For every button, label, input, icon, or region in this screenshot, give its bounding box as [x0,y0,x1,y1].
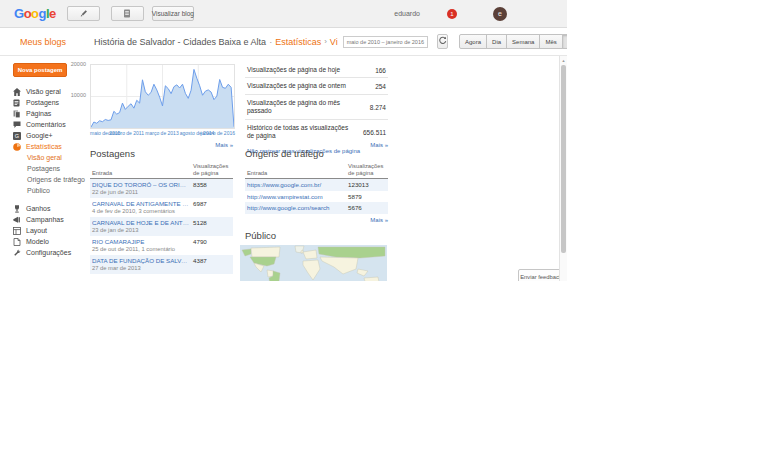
traffic-source-link[interactable]: http://www.google.com/search [247,204,344,211]
traffic-views: 5676 [346,202,388,213]
summary-value-today: 166 [375,67,386,74]
wrench-icon [13,249,22,257]
top-bar: Google Visualizar blog eduardo 1 e [0,0,567,28]
sidebar-item-campaigns[interactable]: Campanhas [0,214,88,225]
traffic-col-entry-header: Entrada [245,162,346,179]
range-button-agora[interactable]: Agora [459,34,487,49]
new-post-pencil-button[interactable] [67,6,100,21]
summary-row-last-month: Visualizações de página do mês passado 8… [245,95,388,120]
table-row: DATA DE FUNDAÇÃO DE SALVA...27 de mar de… [90,255,233,274]
trophy-icon [13,205,22,213]
pageviews-chart [90,64,235,129]
range-button-mes[interactable]: Mês [539,34,562,49]
blogger-stats-app: Google Visualizar blog eduardo 1 e Meus … [0,0,567,281]
sidebar-spacer [0,196,88,203]
username-label[interactable]: eduardo [394,10,420,17]
vertical-scrollbar[interactable]: ▲ [559,56,567,281]
breadcrumb-statistics[interactable]: Estatísticas [275,37,321,47]
document-list-icon [123,9,131,19]
post-link[interactable]: DIQUE DO TORORÓ – OS ORIXÁS [92,181,189,188]
sidebar-item-comments[interactable]: Comentários [0,119,88,130]
sidebar: Nova postagem Visão geral Postagens Pági… [0,56,88,258]
breadcrumb-overview[interactable]: Vi [330,37,338,47]
google-plus-icon: G [13,132,22,140]
sidebar-subitem-stats-posts[interactable]: Postagens [0,163,88,174]
table-row: http://www.vampirestat.com 5879 [245,191,388,202]
pageviews-chart-svg [91,65,234,128]
summary-row-all-time: Histórico de todas as visualizações de p… [245,120,388,144]
range-button-dia[interactable]: Dia [486,34,507,49]
blog-title: História de Salvador - Cidades Baixa e A… [94,37,266,47]
range-button-tudo[interactable]: Tudo [562,34,567,49]
my-blogs-link[interactable]: Meus blogs [20,37,66,47]
table-row: DIQUE DO TORORÓ – OS ORIXÁS22 de jun de … [90,179,233,198]
post-link[interactable]: RIO CAMARAJIPE [92,238,189,245]
google-logo[interactable]: Google [14,6,56,21]
posts-col-entry-header: Entrada [90,162,191,179]
scrollbar-thumb[interactable] [561,65,566,253]
breadcrumb-separator: · [269,37,272,47]
sidebar-item-template[interactable]: Modelo [0,236,88,247]
pie-chart-icon [13,143,22,151]
post-link[interactable]: DATA DE FUNDAÇÃO DE SALVA... [92,257,189,264]
sidebar-item-googleplus[interactable]: G Google+ [0,130,88,141]
summary-row-today: Visualizações de página de hoje 166 [245,62,388,78]
scrollbar-up-arrow-icon[interactable]: ▲ [560,56,567,64]
sidebar-subitem-stats-overview[interactable]: Visão geral [0,152,88,163]
post-link[interactable]: CARNAVAL DE HOJE E DE ANTI... [92,219,189,226]
topbar-account-area: eduardo 1 e [394,7,567,21]
refresh-button[interactable] [437,34,448,49]
post-link[interactable]: CARNAVAL DE ANTIGAMENTE E... [92,200,189,207]
sidebar-item-layout[interactable]: Layout [0,225,88,236]
send-feedback-button[interactable]: Enviar feedback [518,269,564,281]
y-axis-tick-10000: 10000 [68,92,86,98]
sidebar-subitem-stats-audience[interactable]: Público [0,185,88,196]
avatar[interactable]: e [493,7,507,21]
sidebar-item-posts[interactable]: Postagens [0,97,88,108]
x-axis-tick: janeiro de 2016 [201,130,235,136]
new-post-button[interactable]: Nova postagem [13,63,67,77]
view-blog-button[interactable]: Visualizar blog [152,6,194,21]
refresh-icon [438,36,447,47]
range-button-semana[interactable]: Semana [506,34,540,49]
post-list-button[interactable] [111,6,144,21]
audience-section-title: Público [245,230,388,241]
traffic-section-title: Origens de tráfego [245,148,388,159]
posts-section: Mais » Postagens Entrada Visualizações d… [90,142,233,274]
summary-row-yesterday: Visualizações de página de ontem 254 [245,78,388,94]
posts-icon [13,99,22,107]
post-views: 4387 [191,255,233,274]
layout-icon [13,227,22,235]
post-views: 5128 [191,217,233,236]
megaphone-icon [13,216,22,224]
post-views: 4790 [191,236,233,255]
table-row: http://www.google.com/search 5676 [245,202,388,213]
table-row: CARNAVAL DE HOJE E DE ANTI...23 de jan d… [90,217,233,236]
traffic-views: 5879 [346,191,388,202]
traffic-section: Mais » Origens de tráfego Entrada Visual… [245,142,388,281]
traffic-source-link[interactable]: http://www.vampirestat.com [247,193,344,200]
traffic-more-link[interactable]: Mais » [245,217,388,223]
table-row: https://www.google.com.br/ 123013 [245,179,388,191]
sidebar-item-earnings[interactable]: Ganhos [0,203,88,214]
sidebar-item-pages[interactable]: Páginas [0,108,88,119]
world-map [240,245,387,281]
table-row: CARNAVAL DE ANTIGAMENTE E...4 de fev de … [90,198,233,217]
pencil-icon [79,9,88,19]
sidebar-item-statistics[interactable]: Estatísticas [0,141,88,152]
home-icon [13,88,22,96]
post-views: 6987 [191,198,233,217]
comment-icon [13,121,22,129]
traffic-views: 123013 [346,179,388,191]
pageview-summary: Visualizações de página de hoje 166 Visu… [245,62,388,154]
traffic-source-link[interactable]: https://www.google.com.br/ [247,181,344,188]
sidebar-subitem-stats-traffic[interactable]: Origens de tráfego [0,174,88,185]
sidebar-item-settings[interactable]: Configurações [0,247,88,258]
traffic-col-views-header: Visualizações de página [346,162,388,179]
notification-badge[interactable]: 1 [447,9,457,19]
post-views: 8358 [191,179,233,198]
time-range-segmented-control: Agora Dia Semana Mês Tudo [459,34,567,49]
x-axis-tick: março de 2013 [145,130,178,136]
svg-text:G: G [15,133,19,139]
pages-icon [13,110,22,118]
